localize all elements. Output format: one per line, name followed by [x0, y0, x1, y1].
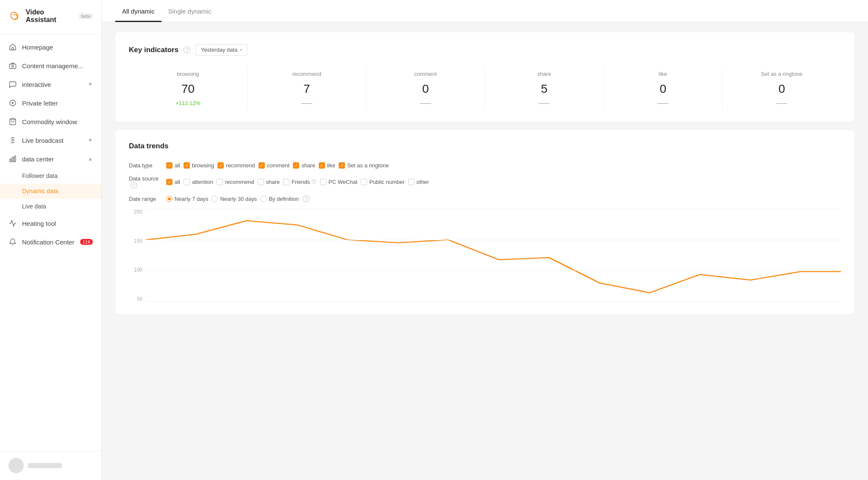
message-icon [8, 99, 17, 107]
radio-circle-custom [260, 196, 267, 202]
avatar [8, 458, 24, 473]
sidebar-sub-label-dynamic: Dynamic data [22, 188, 58, 194]
metric-label-comment: comment [414, 71, 437, 77]
sidebar-item-homepage[interactable]: Homepage [0, 38, 101, 56]
sidebar-item-private-letter[interactable]: Private letter [0, 94, 101, 112]
metric-label-share: share [537, 71, 551, 77]
source-checkbox-box-all: ✓ [166, 179, 172, 185]
chart-area [146, 209, 841, 302]
date-selector[interactable]: Yesterday data ▾ [195, 44, 248, 55]
metric-label-browsing: browsing [177, 71, 199, 77]
data-source-filter: Data source ? ✓ all attention recommend [129, 175, 841, 189]
svg-rect-7 [12, 157, 14, 162]
chart-bar-icon [8, 219, 17, 228]
tab-all-dynamic[interactable]: All dynamic [115, 0, 161, 22]
sidebar-sub-label-follower: Follower data [22, 172, 58, 179]
custom-help-icon[interactable]: ? [303, 195, 309, 202]
sidebar-sub-label-live: Live data [22, 203, 46, 210]
tab-single-dynamic[interactable]: Single dynamic [161, 0, 218, 22]
source-help-icon[interactable]: ? [131, 182, 137, 189]
sidebar-label-heating: Heating tool [22, 220, 56, 227]
source-checkbox-box-public [361, 179, 367, 185]
source-checkbox-share[interactable]: share [258, 179, 280, 185]
chevron-down-icon: ▼ [88, 81, 93, 87]
sidebar-label-homepage: Homepage [22, 44, 53, 51]
app-badge: beta [79, 13, 93, 19]
source-checkbox-box-pc [320, 179, 326, 185]
sidebar-label-private: Private letter [22, 100, 58, 107]
metric-value-browsing: 70 [181, 82, 195, 96]
sidebar-sub-live-data[interactable]: Live data [0, 199, 101, 214]
data-trends-card: Data trends Data type ✓ all ✓ browsing ✓… [115, 130, 854, 314]
y-label-200: 200 [129, 209, 146, 215]
source-checkbox-recommend[interactable]: recommend [217, 179, 254, 185]
checkbox-all[interactable]: ✓ all [166, 162, 180, 169]
key-indicators-card: Key indicators ? Yesterday data ▾ browsi… [115, 32, 854, 122]
metrics-row: browsing 70 +112.12% recommend 7 —— comm… [129, 67, 841, 110]
source-checkbox-attention[interactable]: attention [184, 179, 213, 185]
card-header: Key indicators ? Yesterday data ▾ [129, 44, 841, 55]
checkbox-box-comment: ✓ [259, 162, 265, 169]
sidebar-label-data-center: data center [22, 155, 54, 163]
content-area: Key indicators ? Yesterday data ▾ browsi… [102, 22, 868, 324]
metric-share: share 5 —— [485, 67, 604, 110]
sidebar-item-notification[interactable]: Notification Center 116 [0, 233, 101, 251]
date-range-label: Date range [129, 196, 163, 202]
metric-value-recommend: 7 [303, 82, 310, 96]
y-label-150: 150 [129, 238, 146, 244]
sidebar-label-commodity: Commodity window [22, 118, 77, 125]
sidebar-item-content[interactable]: Content manageme... [0, 56, 101, 75]
checkbox-ringtone[interactable]: ✓ Set as a ringtone [339, 162, 389, 169]
source-checkbox-public-number[interactable]: Public number [361, 179, 404, 185]
svg-point-5 [12, 139, 14, 142]
radio-circle-7days [166, 196, 172, 202]
checkbox-comment[interactable]: ✓ comment [259, 162, 289, 169]
sidebar-item-live-broadcast[interactable]: Live broadcast ▼ [0, 131, 101, 150]
source-checkbox-box-recommend [217, 179, 223, 185]
checkbox-recommend[interactable]: ✓ recommend [217, 162, 255, 169]
chevron-down-icon-date: ▾ [240, 47, 242, 52]
chevron-down-icon-live: ▼ [88, 137, 93, 143]
sidebar-sub-dynamic-data[interactable]: Dynamic data [0, 183, 101, 199]
sidebar-item-heating-tool[interactable]: Heating tool [0, 214, 101, 233]
data-type-filter: Data type ✓ all ✓ browsing ✓ recommend ✓… [129, 162, 841, 169]
camera-icon [8, 61, 17, 70]
metric-browsing: browsing 70 +112.12% [129, 67, 248, 110]
data-type-label: Data type [129, 162, 163, 169]
checkbox-box-all: ✓ [166, 162, 172, 169]
sidebar-item-commodity[interactable]: Commodity window [0, 112, 101, 131]
chart-container: 200 150 100 50 [129, 209, 841, 302]
metric-label-recommend: recommend [292, 71, 321, 77]
data-source-label: Data source ? [129, 175, 163, 189]
checkbox-like[interactable]: ✓ like [319, 162, 336, 169]
metric-label-ringtone: Set as a ringtone [761, 71, 802, 77]
radio-7days[interactable]: Nearly 7 days [166, 196, 208, 202]
checkbox-box-browsing: ✓ [184, 162, 190, 169]
source-checkbox-pc-wechat[interactable]: PC WeChat [320, 179, 357, 185]
checkbox-browsing[interactable]: ✓ browsing [184, 162, 214, 169]
sidebar-item-data-center[interactable]: data center ▲ [0, 150, 101, 168]
metric-value-comment: 0 [422, 82, 429, 96]
metric-change-comment: —— [420, 100, 431, 106]
source-checkbox-friends[interactable]: Friends ♡ [283, 179, 317, 185]
sidebar-sub-follower-data[interactable]: Follower data [0, 168, 101, 183]
sidebar-item-interactive[interactable]: interactive ▼ [0, 75, 101, 94]
help-icon[interactable]: ? [184, 47, 190, 53]
metric-value-ringtone: 0 [779, 82, 785, 96]
radio-30days[interactable]: Nearly 30 days [211, 196, 257, 202]
source-checkbox-other[interactable]: other [408, 179, 429, 185]
source-checkbox-all[interactable]: ✓ all [166, 179, 180, 185]
metric-like: like 0 —— [604, 67, 723, 110]
chat-icon [8, 80, 17, 89]
checkbox-share[interactable]: ✓ share [293, 162, 315, 169]
chart-y-labels: 200 150 100 50 [129, 209, 146, 302]
broadcast-icon [8, 136, 17, 144]
metric-change-browsing: +112.12% [175, 100, 200, 106]
metric-change-recommend: —— [301, 100, 312, 106]
user-name-placeholder [28, 463, 62, 468]
bag-icon [8, 117, 17, 126]
sidebar-label-content: Content manageme... [22, 62, 83, 69]
app-logo: Video Assistant beta [0, 0, 101, 34]
main-content: All dynamic Single dynamic Key indicator… [102, 0, 868, 480]
radio-custom[interactable]: By definition ? [260, 195, 309, 202]
